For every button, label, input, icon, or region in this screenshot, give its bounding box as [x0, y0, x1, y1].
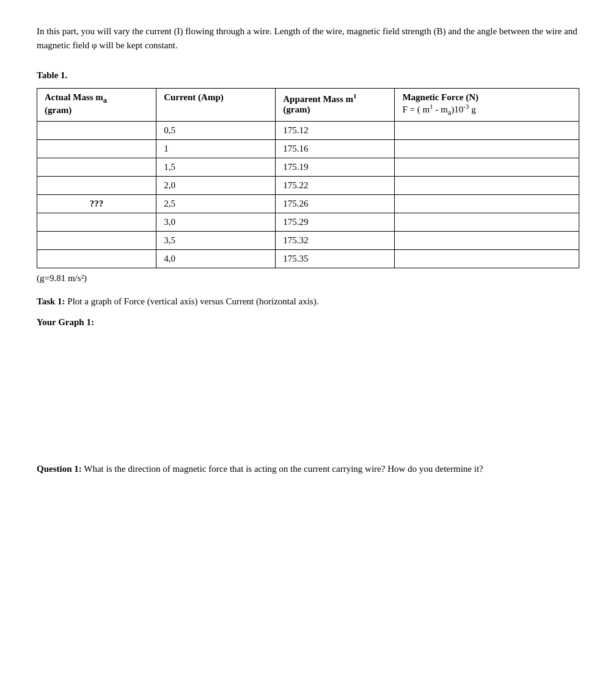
apparent-mass-cell: 175.35: [276, 250, 395, 268]
current-cell: 2,5: [156, 195, 276, 213]
apparent-mass-cell: 175.12: [276, 122, 395, 140]
current-cell: 2,0: [156, 177, 276, 195]
col-actual-mass-header: Actual Mass ma(gram): [37, 89, 156, 122]
actual-mass-cell: [37, 213, 156, 232]
current-cell: 3,0: [156, 213, 276, 232]
force-cell: [395, 177, 579, 195]
table-row: 1,5175.19: [37, 158, 579, 177]
data-table: Actual Mass ma(gram) Current (Amp) Appar…: [37, 88, 579, 268]
actual-mass-cell: [37, 140, 156, 158]
table-row: 1175.16: [37, 140, 579, 158]
force-cell: [395, 122, 579, 140]
force-cell: [395, 158, 579, 177]
actual-mass-cell: [37, 250, 156, 268]
apparent-mass-cell: 175.16: [276, 140, 395, 158]
table-row: 4,0175.35: [37, 250, 579, 268]
actual-mass-cell: ???: [37, 195, 156, 213]
task1-text: Plot a graph of Force (vertical axis) ve…: [65, 296, 319, 306]
col-current-header: Current (Amp): [156, 89, 276, 122]
actual-mass-cell: [37, 122, 156, 140]
intro-paragraph: In this part, you will vary the current …: [37, 24, 579, 52]
table-row: 3,0175.29: [37, 213, 579, 232]
apparent-mass-cell: 175.22: [276, 177, 395, 195]
actual-mass-cell: [37, 177, 156, 195]
current-cell: 1,5: [156, 158, 276, 177]
table-row: ???2,5175.26: [37, 195, 579, 213]
task1-paragraph: Task 1: Plot a graph of Force (vertical …: [37, 295, 579, 309]
table-row: 2,0175.22: [37, 177, 579, 195]
force-cell: [395, 250, 579, 268]
table-row: 3,5175.32: [37, 232, 579, 250]
force-cell: [395, 195, 579, 213]
table-row: 0,5175.12: [37, 122, 579, 140]
force-cell: [395, 140, 579, 158]
current-cell: 0,5: [156, 122, 276, 140]
current-cell: 3,5: [156, 232, 276, 250]
current-cell: 4,0: [156, 250, 276, 268]
col-force-header: Magnetic Force (N) F = ( m1 - ma)10-3 g: [395, 89, 579, 122]
apparent-mass-cell: 175.32: [276, 232, 395, 250]
col-apparent-mass-header: Apparent Mass m1(gram): [276, 89, 395, 122]
apparent-mass-cell: 175.29: [276, 213, 395, 232]
question1-label: Question 1:: [37, 464, 82, 474]
question1-paragraph: Question 1: What is the direction of mag…: [37, 462, 579, 476]
force-cell: [395, 232, 579, 250]
apparent-mass-cell: 175.19: [276, 158, 395, 177]
task1-label: Task 1:: [37, 296, 65, 306]
force-cell: [395, 213, 579, 232]
your-graph-label: Your Graph 1:: [37, 317, 579, 328]
gravity-note: (g=9.81 m/s²): [37, 273, 579, 284]
current-cell: 1: [156, 140, 276, 158]
apparent-mass-cell: 175.26: [276, 195, 395, 213]
table-title: Table 1.: [37, 70, 579, 81]
actual-mass-cell: [37, 158, 156, 177]
question1-text: What is the direction of magnetic force …: [82, 464, 483, 474]
actual-mass-cell: [37, 232, 156, 250]
